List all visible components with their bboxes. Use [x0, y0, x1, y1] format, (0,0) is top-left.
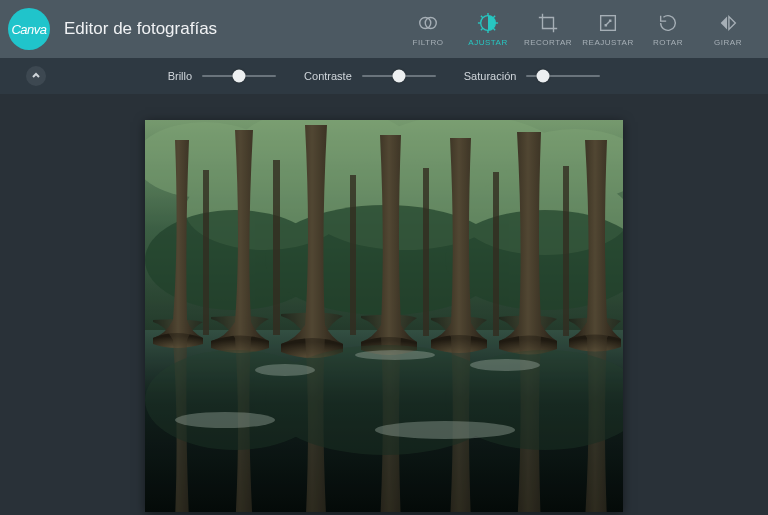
svg-line-9 — [481, 28, 483, 30]
tab-recortar[interactable]: RECORTAR — [518, 0, 578, 58]
filter-icon — [417, 12, 439, 34]
svg-rect-39 — [145, 120, 623, 512]
slider-brillo[interactable] — [202, 69, 276, 83]
canvas-area — [0, 94, 768, 515]
slider-group-brillo: Brillo — [168, 69, 276, 83]
slider-label: Saturación — [464, 70, 517, 82]
svg-line-8 — [493, 28, 495, 30]
slider-thumb[interactable] — [233, 70, 246, 83]
crop-icon — [537, 12, 559, 34]
slider-thumb[interactable] — [392, 70, 405, 83]
tab-label: AJUSTAR — [468, 38, 507, 47]
tab-label: FILTRO — [413, 38, 444, 47]
resize-icon — [597, 12, 619, 34]
collapse-button[interactable] — [26, 66, 46, 86]
slider-group-saturacion: Saturación — [464, 69, 601, 83]
photo-canvas[interactable] — [145, 120, 623, 512]
adjust-icon — [477, 12, 499, 34]
svg-line-10 — [493, 15, 495, 17]
tab-girar[interactable]: GIRAR — [698, 0, 758, 58]
adjust-subbar: Brillo Contraste Saturación — [0, 58, 768, 94]
svg-line-7 — [481, 15, 483, 17]
brand-logo[interactable]: Canva — [8, 8, 50, 50]
tab-ajustar[interactable]: AJUSTAR — [458, 0, 518, 58]
flip-icon — [717, 12, 739, 34]
app-title: Editor de fotografías — [64, 19, 217, 39]
tab-label: GIRAR — [714, 38, 742, 47]
slider-group-contraste: Contraste — [304, 69, 436, 83]
app-header: Canva Editor de fotografías FILTRO AJUST… — [0, 0, 768, 58]
slider-contraste[interactable] — [362, 69, 436, 83]
slider-label: Brillo — [168, 70, 192, 82]
tab-rotar[interactable]: ROTAR — [638, 0, 698, 58]
tab-filtro[interactable]: FILTRO — [398, 0, 458, 58]
tab-reajustar[interactable]: REAJUSTAR — [578, 0, 638, 58]
slider-thumb[interactable] — [536, 70, 549, 83]
tab-label: REAJUSTAR — [582, 38, 633, 47]
tool-tabs: FILTRO AJUSTAR RECORTAR REAJUSTAR ROTAR — [398, 0, 758, 58]
tab-label: RECORTAR — [524, 38, 572, 47]
rotate-icon — [657, 12, 679, 34]
tab-label: ROTAR — [653, 38, 683, 47]
slider-label: Contraste — [304, 70, 352, 82]
slider-saturacion[interactable] — [526, 69, 600, 83]
